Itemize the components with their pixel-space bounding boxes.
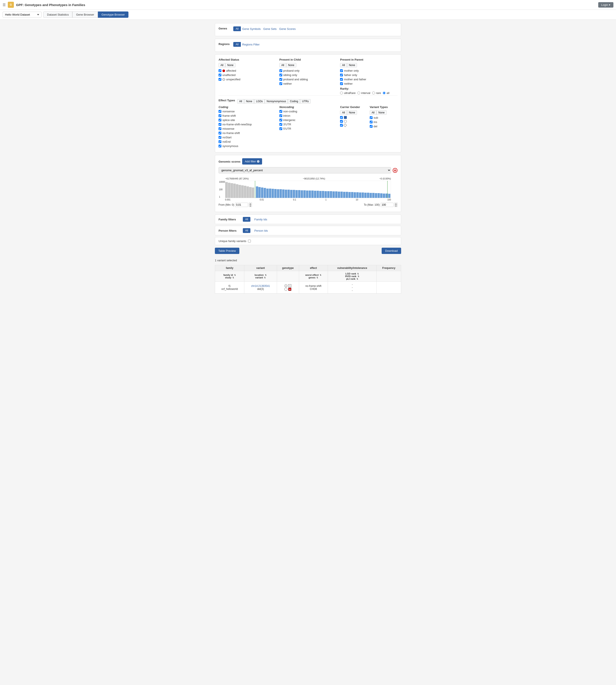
variant-ins-cb[interactable] xyxy=(370,120,373,123)
svg-rect-43 xyxy=(338,191,340,198)
carrier-none-btn[interactable]: None xyxy=(347,110,357,115)
affected-icon xyxy=(222,69,225,72)
genes-symbols-btn[interactable]: Gene Symbols xyxy=(241,26,262,31)
genes-sets-btn[interactable]: Gene Sets xyxy=(262,26,278,31)
svg-rect-48 xyxy=(351,192,353,198)
coding-no-frame-shift-newstop[interactable] xyxy=(219,123,221,126)
svg-rect-15 xyxy=(264,188,266,198)
person-filters-label: Person filters xyxy=(219,229,240,232)
rarity-radio-interval[interactable] xyxy=(357,92,360,94)
noncoding-noncoding[interactable] xyxy=(280,110,282,113)
histogram-svg xyxy=(225,181,391,198)
download-button[interactable]: Download xyxy=(382,248,401,254)
svg-rect-22 xyxy=(282,189,285,198)
dataset-selector[interactable]: Hello World Dataset xyxy=(3,12,42,18)
noncoding-3utr[interactable] xyxy=(280,123,282,126)
row-effect: no-frame-shift CHD8 xyxy=(299,282,328,294)
unique-family-checkbox[interactable] xyxy=(248,239,251,243)
to-arrow-up[interactable]: ▲ xyxy=(394,203,397,205)
tab-dataset-statistics[interactable]: Dataset Statistics xyxy=(43,12,72,18)
from-range-input[interactable] xyxy=(235,203,248,207)
variant-all-btn[interactable]: All xyxy=(370,110,376,115)
affected-none-btn[interactable]: None xyxy=(225,63,236,67)
effect-coding-btn[interactable]: Coding xyxy=(288,99,300,104)
remove-score-button[interactable]: ⊖ xyxy=(393,168,397,173)
from-arrow-up[interactable]: ▲ xyxy=(249,203,252,205)
svg-rect-57 xyxy=(375,193,377,198)
action-buttons-row: Table Preview Download xyxy=(215,248,401,254)
col-frequency: Frequency xyxy=(377,265,401,271)
effect-all-btn[interactable]: All xyxy=(237,99,244,104)
child-checkbox-neither[interactable] xyxy=(280,82,282,85)
unknown-diamond-icon xyxy=(344,123,347,127)
effect-none-btn[interactable]: None xyxy=(244,99,254,104)
coding-missense[interactable] xyxy=(219,127,221,130)
regions-all-btn[interactable]: All xyxy=(233,42,241,47)
subheader-frequency xyxy=(377,271,401,282)
genomic-scores-label: Genomic scores xyxy=(219,160,240,163)
noncoding-intergenic[interactable] xyxy=(280,119,282,121)
variant-none-btn[interactable]: None xyxy=(376,110,387,115)
parent-none-btn[interactable]: None xyxy=(347,63,357,67)
coding-splice-site[interactable] xyxy=(219,119,221,121)
child-checkbox-proband-sibling[interactable] xyxy=(280,78,282,81)
rarity-radio-rare[interactable] xyxy=(372,92,375,94)
coding-nostart[interactable] xyxy=(219,136,221,139)
menu-icon[interactable]: ☰ xyxy=(3,3,6,7)
variant-del-cb[interactable] xyxy=(370,125,373,128)
score-select[interactable]: genome_gnomad_v3_af_percent xyxy=(219,167,391,174)
coding-no-frame-shift[interactable] xyxy=(219,132,221,134)
table-preview-button[interactable]: Table Preview xyxy=(215,248,239,254)
parent-checkbox-mother-and-father[interactable] xyxy=(340,78,343,81)
svg-rect-6 xyxy=(241,185,243,198)
genomic-score-row: genome_gnomad_v3_af_percent ⊖ xyxy=(219,167,397,174)
rarity-radio-all[interactable] xyxy=(383,92,386,94)
effect-nonsynonymous-btn[interactable]: Nonsynonymous xyxy=(265,99,288,104)
coding-frameshift[interactable] xyxy=(219,114,221,117)
effect-lgds-btn[interactable]: LGDs xyxy=(254,99,265,104)
parent-checkbox-mother-only[interactable] xyxy=(340,69,343,72)
carrier-all-btn[interactable]: All xyxy=(340,110,347,115)
genes-all-btn[interactable]: All xyxy=(233,26,241,31)
affected-checkbox-affected[interactable] xyxy=(219,69,221,72)
svg-rect-54 xyxy=(367,193,369,198)
child-all-btn[interactable]: All xyxy=(280,63,286,67)
parent-checkbox-neither[interactable] xyxy=(340,82,343,85)
carrier-unknown-cb[interactable] xyxy=(340,124,343,127)
affected-checkbox-unaffected[interactable] xyxy=(219,74,221,76)
add-filter-button[interactable]: Add filter ⊕ xyxy=(242,158,262,164)
effect-utrs-btn[interactable]: UTRs xyxy=(300,99,311,104)
parent-checkbox-father-only[interactable] xyxy=(340,74,343,76)
family-all-btn[interactable]: All xyxy=(243,217,250,222)
variant-sub-cb[interactable] xyxy=(370,116,373,119)
child-none-btn[interactable]: None xyxy=(286,63,296,67)
login-button[interactable]: Login ▾ xyxy=(598,2,613,7)
carrier-male-cb[interactable] xyxy=(340,116,343,119)
to-range-input[interactable] xyxy=(380,203,394,207)
parent-all-btn[interactable]: All xyxy=(340,63,347,67)
variant-location-link[interactable]: chr14:21393541 xyxy=(251,284,270,288)
family-ids-btn[interactable]: Family Ids xyxy=(253,218,268,222)
from-arrow-down[interactable]: ▼ xyxy=(249,205,252,207)
person-ids-btn[interactable]: Person Ids xyxy=(253,229,269,233)
svg-rect-4 xyxy=(236,184,238,198)
coding-synonymous[interactable] xyxy=(219,145,221,147)
tab-genotype-browser[interactable]: Genotype Browser xyxy=(98,12,129,18)
noncoding-intron[interactable] xyxy=(280,114,282,117)
genes-scores-btn[interactable]: Gene Scores xyxy=(278,26,297,31)
to-arrow-down[interactable]: ▼ xyxy=(394,205,397,207)
regions-filter-btn[interactable]: Regions Filter xyxy=(241,42,261,47)
rarity-radio-ultrarare[interactable] xyxy=(340,92,343,94)
carrier-female-cb[interactable] xyxy=(340,120,343,123)
present-in-child-title: Present in Child xyxy=(280,58,337,61)
coding-nonsense[interactable] xyxy=(219,110,221,113)
child-checkbox-proband-only[interactable] xyxy=(280,69,282,72)
geno-circle-2 xyxy=(284,288,287,291)
noncoding-5utr[interactable] xyxy=(280,127,282,130)
affected-all-btn[interactable]: All xyxy=(219,63,225,67)
child-checkbox-sibling-only[interactable] xyxy=(280,74,282,76)
affected-checkbox-unspecified[interactable] xyxy=(219,78,221,81)
coding-noend[interactable] xyxy=(219,140,221,143)
tab-gene-browser[interactable]: Gene Browser xyxy=(72,12,98,18)
person-all-btn[interactable]: All xyxy=(243,228,250,233)
